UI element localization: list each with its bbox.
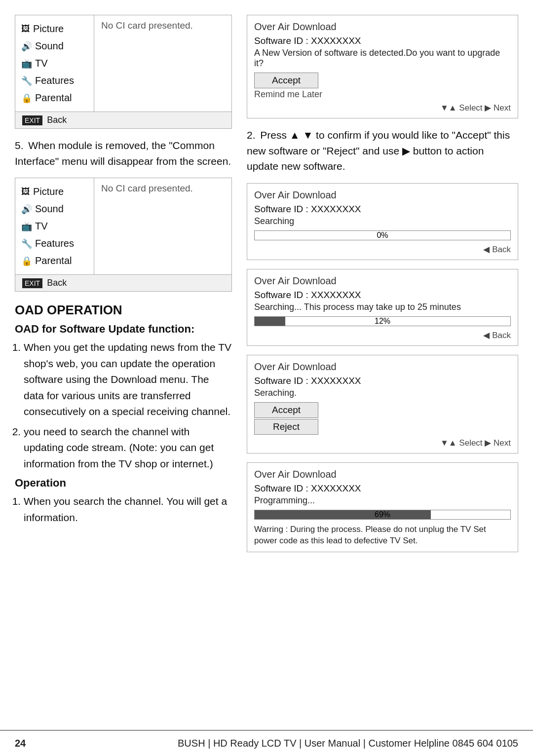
- oad-box-1: Over Air Download Software ID : XXXXXXXX…: [247, 15, 518, 118]
- progress-label-2: 0%: [255, 231, 510, 240]
- menu-item-tv-2[interactable]: 📺 TV: [15, 218, 94, 235]
- oad-title-3: Over Air Download: [254, 275, 511, 287]
- menu-items-1: 🖼 Picture 🔊 Sound 📺 TV 🔧: [15, 15, 94, 112]
- oad-msg-2: Searching: [254, 216, 511, 227]
- exit-badge-2: EXIT: [22, 278, 42, 288]
- oad-nav-1: ▼▲ Select ▶ Next: [254, 103, 511, 113]
- oad-box-4: Over Air Download Software ID : XXXXXXXX…: [247, 355, 518, 454]
- menu-label-features-1: Features: [35, 75, 74, 86]
- oad-box-2: Over Air Download Software ID : XXXXXXXX…: [247, 183, 518, 260]
- oad-back-3: ◀ Back: [254, 330, 511, 340]
- menu-content-text-2: No CI card presented.: [101, 183, 193, 193]
- oad-title-5: Over Air Download: [254, 469, 511, 480]
- oad-buttons-4: Accept Reject: [254, 402, 511, 435]
- oad-title-2: Over Air Download: [254, 189, 511, 201]
- right-column: Over Air Download Software ID : XXXXXXXX…: [247, 15, 518, 730]
- oad-title-1: Over Air Download: [254, 21, 511, 33]
- menu-label-features-2: Features: [35, 238, 74, 249]
- menu-item-features-2[interactable]: 🔧 Features: [15, 235, 94, 252]
- sound-icon-1: 🔊: [21, 41, 32, 52]
- progress-bar-5: 69%: [254, 510, 511, 520]
- progress-bar-3: 12%: [254, 316, 511, 326]
- oad-list-item-2: you need to search the channel with upda…: [24, 424, 232, 472]
- operation-list-item-1: When you search the channel. You will ge…: [24, 493, 232, 526]
- back-text-3: ◀ Back: [483, 330, 511, 340]
- menu-footer-1: EXIT Back: [15, 112, 231, 128]
- footer: 24 BUSH | HD Ready LCD TV | User Manual …: [0, 730, 533, 756]
- oad-sub-heading: OAD for Software Update function:: [15, 323, 232, 336]
- content-area: 🖼 Picture 🔊 Sound 📺 TV 🔧: [0, 0, 533, 730]
- left-column: 🖼 Picture 🔊 Sound 📺 TV 🔧: [15, 15, 232, 730]
- page: 🖼 Picture 🔊 Sound 📺 TV 🔧: [0, 0, 533, 756]
- oad-title-4: Over Air Download: [254, 361, 511, 373]
- menu-label-picture-2: Picture: [33, 186, 64, 197]
- features-icon-1: 🔧: [21, 76, 32, 86]
- oad-msg-3: Searching... This process may take up to…: [254, 302, 511, 312]
- menu-content-1: No CI card presented.: [94, 15, 231, 112]
- tv-icon-1: 📺: [21, 58, 32, 69]
- footer-center-text: BUSH | HD Ready LCD TV | User Manual | C…: [178, 738, 518, 749]
- picture-icon-1: 🖼: [21, 24, 30, 34]
- remind-later-text: Remind me Later: [254, 89, 511, 100]
- menu-item-sound-2[interactable]: 🔊 Sound: [15, 200, 94, 218]
- oad-msg-1: A New Version of software is detected.Do…: [254, 48, 511, 69]
- menu-item-parental-2[interactable]: 🔒 Parental: [15, 252, 94, 269]
- accept-button-4[interactable]: Accept: [254, 402, 318, 418]
- page-number: 24: [15, 738, 26, 749]
- operation-sub-heading: Operation: [15, 477, 232, 490]
- menu-item-sound-1[interactable]: 🔊 Sound: [15, 38, 94, 55]
- menu-label-parental-2: Parental: [35, 255, 72, 266]
- menu-content-text-1: No CI card presented.: [101, 20, 193, 31]
- oad-list-item-1: When you get the updating news from the …: [24, 340, 232, 420]
- step5-text: 5. When module is removed, the "Common I…: [15, 138, 232, 169]
- sound-icon-2: 🔊: [21, 204, 32, 215]
- oad-software-id-1: Software ID : XXXXXXXX: [254, 36, 511, 46]
- tv-icon-2: 📺: [21, 221, 32, 232]
- picture-icon-2: 🖼: [21, 187, 30, 197]
- warning-text-5: Warring : During the process. Please do …: [254, 524, 511, 547]
- menu-item-picture-1[interactable]: 🖼 Picture: [15, 20, 94, 38]
- menu-box-2: 🖼 Picture 🔊 Sound 📺 TV 🔧: [15, 178, 232, 292]
- progress-label-3: 12%: [255, 317, 510, 326]
- oad-software-id-4: Software ID : XXXXXXXX: [254, 376, 511, 386]
- menu-label-tv-2: TV: [35, 221, 48, 232]
- oad-msg-5: Programming...: [254, 495, 511, 506]
- oad-nav-text-1: ▼▲ Select ▶ Next: [440, 103, 511, 113]
- back-text-2: ◀ Back: [483, 244, 511, 255]
- oad-nav-4: ▼▲ Select ▶ Next: [254, 438, 511, 448]
- oad-software-id-2: Software ID : XXXXXXXX: [254, 204, 511, 215]
- oad-msg-4: Seraching.: [254, 388, 511, 398]
- exit-badge-1: EXIT: [22, 115, 42, 125]
- progress-bar-2: 0%: [254, 230, 511, 240]
- oad-list: When you get the updating news from the …: [24, 340, 232, 472]
- menu-content-2: No CI card presented.: [94, 178, 231, 274]
- progress-label-5: 69%: [255, 510, 510, 519]
- menu-item-tv-1[interactable]: 📺 TV: [15, 55, 94, 72]
- menu-items-2: 🖼 Picture 🔊 Sound 📺 TV 🔧: [15, 178, 94, 274]
- menu-item-picture-2[interactable]: 🖼 Picture: [15, 183, 94, 200]
- menu-label-picture-1: Picture: [33, 23, 64, 35]
- oad-software-id-5: Software ID : XXXXXXXX: [254, 483, 511, 494]
- back-label-2: Back: [47, 278, 67, 288]
- oad-software-id-3: Software ID : XXXXXXXX: [254, 290, 511, 301]
- parental-icon-1: 🔒: [21, 93, 32, 104]
- accept-button-1[interactable]: Accept: [254, 73, 318, 88]
- menu-footer-2: EXIT Back: [15, 274, 231, 291]
- oad-nav-text-4: ▼▲ Select ▶ Next: [440, 438, 511, 448]
- menu-item-parental-1[interactable]: 🔒 Parental: [15, 89, 94, 107]
- oad-box-5: Over Air Download Software ID : XXXXXXXX…: [247, 462, 518, 553]
- features-icon-2: 🔧: [21, 238, 32, 249]
- reject-button-4[interactable]: Reject: [254, 419, 318, 435]
- menu-label-parental-1: Parental: [35, 92, 72, 104]
- operation-list: When you search the channel. You will ge…: [24, 493, 232, 526]
- oad-buttons-1: Accept Remind me Later: [254, 73, 511, 100]
- menu-box-1: 🖼 Picture 🔊 Sound 📺 TV 🔧: [15, 15, 232, 129]
- oad-back-2: ◀ Back: [254, 244, 511, 255]
- menu-item-features-1[interactable]: 🔧 Features: [15, 72, 94, 89]
- oad-box-3: Over Air Download Software ID : XXXXXXXX…: [247, 269, 518, 346]
- menu-label-sound-1: Sound: [35, 40, 64, 52]
- menu-label-sound-2: Sound: [35, 203, 64, 215]
- menu-label-tv-1: TV: [35, 58, 48, 69]
- step2-text: 2. Press ▲ ▼ to confirm if you would lik…: [247, 127, 518, 174]
- oad-section-heading: OAD OPERATION: [15, 302, 232, 318]
